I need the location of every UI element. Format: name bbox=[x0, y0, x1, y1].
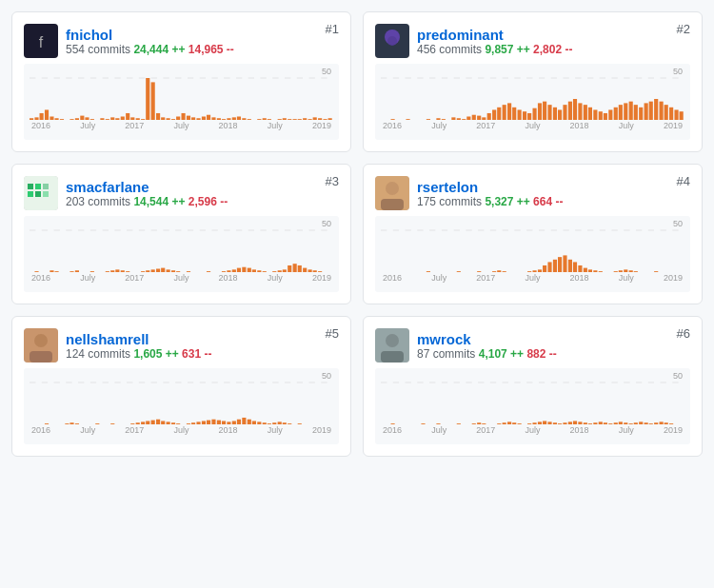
svg-rect-266 bbox=[604, 422, 607, 424]
x-label: 2019 bbox=[312, 121, 331, 130]
svg-rect-115 bbox=[28, 184, 33, 189]
svg-rect-42 bbox=[237, 116, 241, 120]
svg-rect-88 bbox=[553, 108, 557, 120]
username[interactable]: fnichol bbox=[66, 27, 339, 43]
x-axis: 2016July2017July2018July2019 bbox=[381, 121, 684, 130]
deletions: 631 -- bbox=[182, 347, 211, 361]
additions: 9,857 ++ bbox=[485, 43, 529, 56]
svg-rect-156 bbox=[293, 264, 297, 272]
svg-rect-30 bbox=[176, 116, 180, 120]
svg-rect-197 bbox=[45, 423, 49, 424]
svg-rect-87 bbox=[547, 105, 551, 120]
svg-rect-5 bbox=[40, 113, 44, 120]
rank-badge: #2 bbox=[677, 22, 690, 36]
x-label: July bbox=[431, 425, 446, 435]
svg-rect-234 bbox=[298, 423, 302, 424]
contributor-grid: f fnichol 554 commits 24,444 ++ 14,965 -… bbox=[0, 0, 714, 468]
svg-rect-201 bbox=[95, 423, 99, 424]
svg-rect-86 bbox=[543, 102, 546, 120]
x-label: 2016 bbox=[31, 273, 50, 283]
svg-rect-192 bbox=[654, 271, 658, 272]
svg-rect-272 bbox=[634, 422, 638, 424]
username[interactable]: predominant bbox=[417, 27, 690, 43]
svg-rect-154 bbox=[283, 269, 287, 272]
svg-rect-210 bbox=[167, 421, 170, 424]
svg-rect-13 bbox=[85, 117, 89, 120]
svg-rect-251 bbox=[527, 423, 531, 424]
svg-rect-96 bbox=[593, 109, 597, 120]
svg-rect-188 bbox=[619, 270, 623, 272]
avatar: f bbox=[24, 24, 58, 58]
stats: 456 commits 9,857 ++ 2,802 -- bbox=[417, 43, 690, 56]
svg-rect-80 bbox=[512, 108, 516, 120]
svg-rect-107 bbox=[649, 102, 653, 120]
svg-rect-269 bbox=[619, 421, 623, 424]
svg-rect-79 bbox=[507, 103, 511, 120]
svg-rect-94 bbox=[584, 105, 587, 120]
svg-rect-75 bbox=[487, 113, 491, 120]
commit-count: 124 commits bbox=[66, 347, 130, 361]
x-label: July bbox=[268, 121, 283, 130]
svg-rect-64 bbox=[406, 119, 409, 120]
svg-rect-103 bbox=[629, 102, 633, 120]
avatar bbox=[375, 24, 409, 58]
svg-rect-111 bbox=[669, 108, 673, 120]
avatar bbox=[375, 328, 409, 363]
chart-reference-label: 50 bbox=[673, 67, 683, 76]
x-axis: 2016July2017July2018July2019 bbox=[381, 273, 684, 283]
svg-point-194 bbox=[34, 334, 48, 347]
svg-rect-43 bbox=[242, 118, 246, 120]
svg-rect-224 bbox=[242, 418, 246, 424]
svg-rect-135 bbox=[151, 269, 155, 272]
svg-rect-143 bbox=[222, 271, 226, 272]
svg-rect-207 bbox=[151, 421, 155, 424]
svg-rect-152 bbox=[272, 271, 276, 272]
svg-rect-127 bbox=[90, 271, 94, 272]
x-label: July bbox=[619, 121, 634, 130]
stats: 554 commits 24,444 ++ 14,965 -- bbox=[66, 43, 339, 56]
svg-rect-89 bbox=[558, 109, 562, 120]
svg-rect-123 bbox=[50, 270, 53, 272]
svg-rect-276 bbox=[654, 422, 658, 424]
svg-rect-179 bbox=[563, 255, 566, 272]
svg-rect-56 bbox=[318, 118, 322, 120]
contributor-card-rsertelon: rsertelon 175 commits 5,327 ++ 664 -- #4… bbox=[363, 164, 703, 304]
svg-rect-110 bbox=[664, 105, 668, 120]
svg-rect-117 bbox=[35, 184, 41, 189]
svg-rect-241 bbox=[436, 423, 440, 424]
svg-rect-141 bbox=[187, 271, 190, 272]
username[interactable]: mwrock bbox=[417, 331, 690, 347]
svg-rect-270 bbox=[624, 422, 627, 424]
svg-rect-257 bbox=[558, 423, 562, 424]
username[interactable]: rsertelon bbox=[417, 179, 690, 195]
x-axis: 2016July2017July2018July2019 bbox=[30, 425, 333, 435]
user-info: mwrock 87 commits 4,107 ++ 882 -- bbox=[417, 331, 690, 361]
svg-rect-225 bbox=[248, 420, 251, 424]
svg-rect-278 bbox=[664, 422, 668, 424]
svg-rect-71 bbox=[466, 116, 470, 120]
x-label: 2017 bbox=[476, 425, 495, 435]
svg-rect-211 bbox=[171, 422, 175, 424]
svg-rect-223 bbox=[237, 420, 241, 424]
x-label: 2019 bbox=[312, 273, 331, 283]
svg-rect-182 bbox=[578, 265, 582, 272]
username[interactable]: smacfarlane bbox=[66, 179, 339, 195]
svg-rect-9 bbox=[60, 119, 64, 120]
svg-rect-112 bbox=[674, 109, 678, 120]
contributor-card-mwrock: mwrock 87 commits 4,107 ++ 882 -- #6 50 … bbox=[363, 316, 703, 457]
card-header: smacfarlane 203 commits 14,544 ++ 2,596 … bbox=[24, 176, 339, 210]
svg-rect-184 bbox=[588, 269, 592, 272]
commit-count: 87 commits bbox=[417, 347, 475, 361]
additions: 5,327 ++ bbox=[485, 195, 529, 208]
additions: 14,544 ++ bbox=[133, 195, 185, 208]
svg-rect-246 bbox=[497, 423, 501, 424]
svg-rect-219 bbox=[217, 421, 221, 424]
svg-rect-231 bbox=[278, 421, 282, 424]
chart-area: 50 2016July2017July2018July2019 bbox=[375, 368, 690, 444]
svg-rect-171 bbox=[503, 271, 506, 272]
x-label: July bbox=[619, 425, 634, 435]
svg-rect-226 bbox=[252, 421, 256, 424]
svg-rect-139 bbox=[171, 270, 175, 272]
x-label: 2018 bbox=[219, 273, 238, 283]
username[interactable]: nellshamrell bbox=[66, 331, 339, 347]
